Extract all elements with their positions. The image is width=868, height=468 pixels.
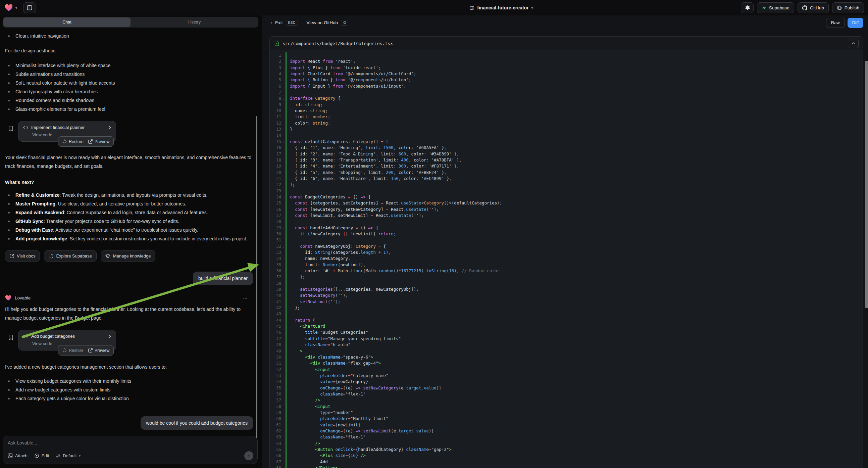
bookmark-icon[interactable] (8, 125, 13, 131)
code-line[interactable]: 41 setNewLimit(''); (270, 299, 863, 305)
publish-button[interactable]: Publish (832, 2, 864, 13)
code-line[interactable]: 54 value={newCategory} (270, 379, 863, 385)
code-line[interactable]: 26 const [newCategory, setNewCategory] =… (270, 206, 863, 212)
code-line[interactable]: 42 }; (270, 305, 863, 311)
code-line[interactable]: 9 id: string; (270, 102, 863, 108)
visit-docs-button[interactable]: Visit docs (5, 251, 40, 262)
fold-chevron-icon[interactable]: ⌄ (281, 139, 285, 145)
preview-button[interactable]: Preview (88, 139, 110, 144)
chevron-down-icon[interactable]: ▾ (16, 6, 17, 10)
fold-chevron-icon[interactable]: ⌄ (281, 225, 285, 231)
code-line[interactable]: 2import React from 'react'; (270, 58, 863, 64)
manage-knowledge-button[interactable]: Manage knowledge (101, 251, 156, 262)
code-line[interactable]: 68 </Button> (270, 465, 863, 468)
code-line[interactable]: 47 subtitle="Manage your spending limits… (270, 336, 863, 342)
code-line[interactable]: 44 return ( (270, 317, 863, 323)
code-line[interactable]: 46 title="Budget Categories" (270, 329, 863, 335)
code-line[interactable]: 17 { id: '2', name: 'Food & Dining', lim… (270, 151, 863, 157)
attach-button[interactable]: Attach (8, 453, 28, 458)
code-line[interactable]: 51 <div className="flex gap-4"> (270, 360, 863, 366)
preview-button[interactable]: Preview (88, 348, 110, 353)
message-menu-button[interactable]: ⋯ (243, 295, 248, 301)
code-line[interactable]: 55 onChange={(e) => setNewCategory(e.tar… (270, 385, 863, 391)
code-line[interactable]: 61 value={newLimit} (270, 422, 863, 428)
code-line[interactable]: 7 (270, 89, 863, 95)
fold-chevron-icon[interactable]: ⌄ (281, 243, 285, 250)
code-line[interactable]: 37 }; (270, 274, 863, 280)
code-line[interactable]: 32⌄ const newCategoryObj: Category = { (270, 243, 863, 250)
file-header[interactable]: src/components/budget/BudgetCategories.t… (270, 37, 863, 50)
code-line[interactable]: 64 /> (270, 440, 863, 446)
code-line[interactable]: 12 color: string; (270, 120, 863, 126)
exit-button[interactable]: ‹ Exit ESC (271, 20, 298, 26)
code-line[interactable]: 25 const [categories, setCategories] = R… (270, 200, 863, 206)
mode-select[interactable]: Default ▾ (56, 453, 81, 458)
code-line[interactable]: 36 color: '#' + Math.floor(Math.random()… (270, 268, 863, 274)
code-line[interactable]: 6import { Input } from '@/components/ui/… (270, 83, 863, 89)
collapse-file-button[interactable] (848, 39, 859, 48)
code-line[interactable]: 15⌄const defaultCategories: Category[] =… (270, 139, 863, 145)
code-line[interactable]: 29⌄ const handleAddCategory = () => { (270, 225, 863, 231)
code-line[interactable]: 57 /> (270, 397, 863, 403)
code-line[interactable]: 38 (270, 280, 863, 286)
code-line[interactable]: 4import ChartCard from '@/components/ui/… (270, 71, 863, 77)
code-line[interactable]: 39 setCategories([...categories, newCate… (270, 286, 863, 292)
edit-button[interactable]: Edit (34, 453, 49, 458)
code-line[interactable]: 49 > (270, 348, 863, 354)
project-chevron-down-icon[interactable]: ▾ (531, 6, 533, 10)
code-line[interactable]: 5import { Button } from '@/components/ui… (270, 77, 863, 83)
code-line[interactable]: 58 <Input (270, 404, 863, 410)
code-line[interactable]: 11 limit: number; (270, 114, 863, 120)
code-line[interactable]: 52 <Input (270, 367, 863, 373)
code-line[interactable]: 45 <ChartCard (270, 323, 863, 329)
code-line[interactable]: 50 <div className="space-y-6"> (270, 354, 863, 360)
code-line[interactable]: 35 limit: Number(newLimit), (270, 262, 863, 268)
project-title[interactable]: financial-future-creator (477, 5, 528, 10)
explore-supabase-button[interactable]: Explore Supabase (44, 251, 96, 262)
code-line[interactable]: 18 { id: '3', name: 'Transportation', li… (270, 157, 863, 163)
version-card[interactable]: Add budget categoriesView codeRestorePre… (18, 330, 116, 351)
code-line[interactable]: 33 id: String(categories.length + 1), (270, 250, 863, 256)
code-line[interactable]: 59 type="number" (270, 410, 863, 416)
settings-gear-button[interactable] (741, 2, 753, 13)
lovable-logo-heart-icon[interactable] (5, 4, 13, 11)
tab-history[interactable]: History (130, 18, 258, 27)
github-button[interactable]: GitHub (798, 2, 829, 13)
version-card[interactable]: Implement financial plannerView codeRest… (18, 121, 116, 142)
code-line[interactable]: 40 setNewCategory(''); (270, 292, 863, 298)
code-line[interactable]: 67 Add (270, 459, 863, 465)
restore-button[interactable]: Restore (62, 348, 84, 353)
bookmark-icon[interactable] (8, 334, 13, 341)
code-line[interactable]: 19 { id: '4', name: 'Entertainment', lim… (270, 163, 863, 169)
code-line[interactable]: 31 (270, 237, 863, 243)
code-line[interactable]: 23 (270, 188, 863, 194)
code-line[interactable]: 3import { Plus } from 'lucide-react'; (270, 65, 863, 71)
sidebar-toggle-button[interactable] (23, 2, 36, 13)
code-line[interactable]: 20 { id: '5', name: 'Shopping', limit: 2… (270, 170, 863, 176)
raw-toggle-button[interactable]: Raw (826, 18, 845, 28)
code-line[interactable]: 66 <Plus size={16} /> (270, 452, 863, 459)
code-line[interactable]: 13} (270, 126, 863, 132)
code-line[interactable]: 63 className="flex-1" (270, 434, 863, 440)
send-button[interactable]: ↑ (244, 451, 253, 460)
tab-chat[interactable]: Chat (3, 18, 130, 27)
code-line[interactable]: 1 (270, 52, 863, 58)
fold-chevron-icon[interactable]: ⌄ (281, 194, 285, 200)
restore-button[interactable]: Restore (62, 139, 84, 144)
composer-input[interactable]: Ask Lovable... (8, 440, 253, 445)
code-line[interactable]: 62 onChange={(e) => setNewLimit(e.target… (270, 428, 863, 434)
code-line[interactable]: 34 name: newCategory, (270, 256, 863, 262)
code-line[interactable]: 16 { id: '1', name: 'Housing', limit: 15… (270, 145, 863, 151)
code-line[interactable]: 30 if (!newCategory || !newLimit) return… (270, 231, 863, 237)
code-line[interactable]: 22]; (270, 182, 863, 188)
supabase-button[interactable]: Supabase (757, 2, 794, 13)
code-line[interactable]: 24⌄const BudgetCategories = () => { (270, 194, 863, 200)
code-scrollbar-thumb[interactable] (865, 61, 868, 308)
code-line[interactable]: 56 className="flex-1" (270, 391, 863, 397)
code-line[interactable]: 65 <Button onClick={handleAddCategory} c… (270, 446, 863, 452)
chat-message-list[interactable]: Clean, intuitive navigationFor the desig… (0, 30, 262, 434)
code-line[interactable]: 48 className="h-auto" (270, 342, 863, 348)
code-line[interactable]: 60 placeholder="Monthly limit" (270, 416, 863, 422)
code-editor[interactable]: 12import React from 'react';3import { Pl… (270, 50, 863, 468)
code-line[interactable]: 21 { id: '6', name: 'Healthcare', limit:… (270, 176, 863, 182)
